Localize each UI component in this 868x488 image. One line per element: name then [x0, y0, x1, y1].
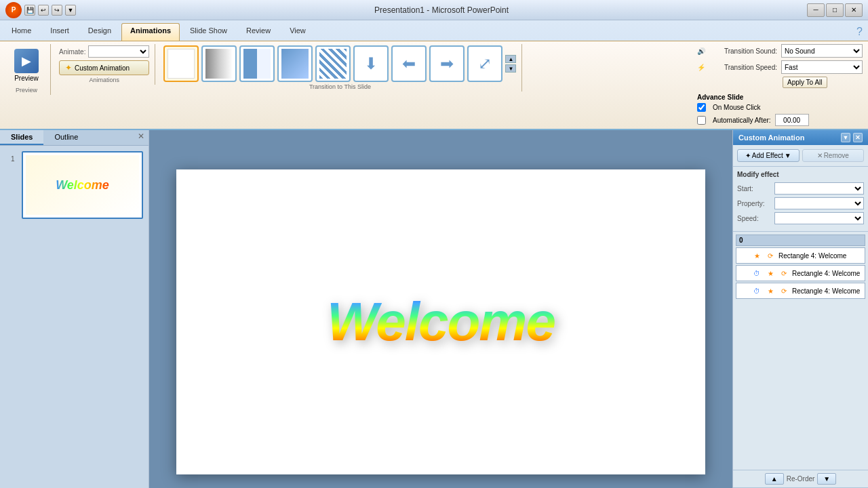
panel-header: Custom Animation ▼ ✕: [733, 130, 868, 145]
clock-icon-2: ⏱: [751, 268, 762, 279]
titlebar-left: P 💾 ↩ ↪ ▼: [5, 2, 76, 18]
transition-strip: ⬇ ⬅ ➡ ⤢ ▲ ▼: [163, 45, 516, 82]
quick-access-toolbar: 💾 ↩ ↪ ▼: [24, 5, 76, 16]
customize-btn[interactable]: ▼: [65, 5, 76, 16]
panel-title: Custom Animation: [738, 134, 804, 142]
reorder-up-btn[interactable]: ▲: [765, 473, 784, 485]
panel-pin-btn[interactable]: ▼: [841, 133, 850, 142]
custom-animation-panel: Custom Animation ▼ ✕ ✦ Add Effect ▼ ✕ Re…: [732, 130, 868, 488]
transition-none-btn[interactable]: [163, 45, 199, 82]
transition-down-btn[interactable]: ⬇: [353, 45, 389, 82]
transition-push-btn[interactable]: [239, 45, 275, 82]
redo-btn[interactable]: ↪: [52, 5, 62, 16]
panel-close-btn[interactable]: ✕: [853, 133, 863, 142]
transition-right-btn[interactable]: ➡: [429, 45, 465, 82]
undo-btn[interactable]: ↩: [38, 5, 49, 16]
preview-label: Preview: [14, 75, 39, 82]
start-select[interactable]: [774, 182, 864, 195]
maximize-btn[interactable]: □: [826, 3, 844, 17]
slide-canvas-area: Welcome ◀ ▶: [149, 130, 732, 488]
add-effect-button[interactable]: ✦ Add Effect ▼: [737, 149, 800, 162]
speed-label: Speed:: [737, 215, 774, 222]
reorder-up-icon: ▲: [771, 475, 778, 483]
animate-select[interactable]: [88, 45, 149, 58]
auto-after-label: Automatically After:: [713, 117, 771, 124]
remove-label: Remove: [824, 152, 849, 159]
titlebar: P 💾 ↩ ↪ ▼ Presentation1 - Microsoft Powe…: [0, 0, 868, 20]
transition-up-arrow[interactable]: ▲: [505, 55, 516, 63]
apply-all-button[interactable]: Apply To All: [783, 77, 827, 88]
main-area: Slides Outline ✕ 1 Welcome Welcome ◀ ▶: [0, 130, 868, 488]
animation-list: 0 ★ ⟳ Rectangle 4: Welcome ⏱ ★ ⟳ Rectang…: [733, 232, 868, 470]
ribbon-group-animations: Animate: ✦ Custom Animation Animations: [56, 44, 155, 85]
reorder-down-btn[interactable]: ▼: [817, 473, 836, 485]
transition-fade-btn[interactable]: [201, 45, 237, 82]
animation-item-2[interactable]: ⏱ ★ ⟳ Rectangle 4: Welcome: [736, 265, 865, 281]
minimize-btn[interactable]: ─: [807, 3, 825, 17]
speed-select[interactable]: [774, 212, 864, 224]
property-label: Property:: [737, 200, 774, 207]
tab-home[interactable]: Home: [3, 23, 40, 41]
slides-tab[interactable]: Slides: [0, 130, 43, 145]
transition-speed-icon: ⚡: [697, 64, 705, 71]
transition-down-arrow[interactable]: ▼: [505, 64, 516, 73]
transition-left-btn[interactable]: ⬅: [391, 45, 427, 82]
animation-item-3[interactable]: ⏱ ★ ⟳ Rectangle 4: Welcome: [736, 283, 865, 299]
save-btn[interactable]: 💾: [24, 5, 35, 16]
anim-item-name-1: Rectangle 4: Welcome: [778, 252, 862, 260]
tab-design[interactable]: Design: [79, 23, 120, 41]
star-icon: ✦: [65, 63, 72, 73]
auto-after-checkbox[interactable]: [697, 116, 706, 125]
app-logo: P: [5, 2, 22, 18]
anim-star-icon-2: ★: [765, 268, 776, 279]
transition-cover-btn[interactable]: [277, 45, 313, 82]
property-select[interactable]: [774, 197, 864, 209]
remove-button[interactable]: ✕ Remove: [802, 149, 865, 162]
ribbon-group-preview: ▶ Preview Preview: [5, 44, 51, 95]
preview-button[interactable]: ▶ Preview: [8, 45, 45, 85]
anim-star-icon-1: ★: [751, 250, 762, 261]
welcome-text: Welcome: [327, 291, 555, 353]
slide-thumb-inner: Welcome: [26, 155, 139, 215]
reorder-down-icon: ▼: [823, 475, 830, 483]
ribbon-right-controls: 🔊 Transition Sound: No Sound ⚡ Transitio…: [697, 44, 863, 126]
tab-animations[interactable]: Animations: [121, 23, 180, 41]
animation-item-1[interactable]: ★ ⟳ Rectangle 4: Welcome: [736, 247, 865, 264]
tab-review[interactable]: Review: [237, 23, 279, 41]
close-btn[interactable]: ✕: [845, 3, 863, 17]
on-mouse-click-checkbox[interactable]: [697, 103, 706, 112]
custom-animation-button[interactable]: ✦ Custom Animation: [59, 60, 149, 75]
tab-insert[interactable]: Insert: [41, 23, 78, 41]
preview-icon: ▶: [14, 49, 39, 73]
auto-after-input[interactable]: [775, 114, 809, 126]
thumb-welcome-text: Welcome: [56, 178, 109, 192]
anim-type-icon-2: ⟳: [778, 268, 789, 279]
slide-thumbnail-1[interactable]: 1 Welcome: [22, 151, 143, 219]
outline-tab[interactable]: Outline: [43, 130, 89, 145]
preview-group-label: Preview: [16, 87, 37, 94]
transition-speed-select[interactable]: Fast Medium Slow: [781, 60, 863, 74]
start-label: Start:: [737, 185, 774, 192]
tab-view[interactable]: View: [281, 23, 315, 41]
ribbon: Home Insert Design Animations Slide Show…: [0, 20, 868, 130]
transition-group-label: Transition to This Slide: [309, 83, 371, 90]
transition-sound-select[interactable]: No Sound: [781, 44, 863, 58]
slide-canvas[interactable]: Welcome: [176, 169, 705, 474]
transition-wipe-btn[interactable]: [315, 45, 351, 82]
ribbon-tabs: Home Insert Design Animations Slide Show…: [0, 20, 868, 41]
slides-panel: Slides Outline ✕ 1 Welcome: [0, 130, 149, 488]
transition-expand-btn[interactable]: ⤢: [467, 45, 502, 82]
window-controls: ─ □ ✕: [807, 3, 863, 17]
ribbon-content: ▶ Preview Preview Animate: ✦ Custom Anim…: [0, 41, 868, 129]
anim-item-name-2: Rectangle 4: Welcome: [792, 270, 862, 277]
ribbon-group-transition: ⬇ ⬅ ➡ ⤢ ▲ ▼ Transit: [161, 44, 522, 92]
window-title: Presentation1 - Microsoft PowerPoint: [374, 5, 509, 15]
animations-group-label: Animations: [89, 77, 119, 83]
panel-close-btn[interactable]: ✕: [134, 130, 149, 145]
anim-list-num-header: 0: [739, 237, 743, 244]
tab-slideshow[interactable]: Slide Show: [181, 23, 236, 41]
on-mouse-click-label: On Mouse Click: [713, 104, 761, 111]
help-icon[interactable]: ?: [854, 23, 865, 41]
anim-star-icon-3: ★: [765, 285, 776, 296]
anim-item-name-3: Rectangle 4: Welcome: [792, 287, 862, 295]
